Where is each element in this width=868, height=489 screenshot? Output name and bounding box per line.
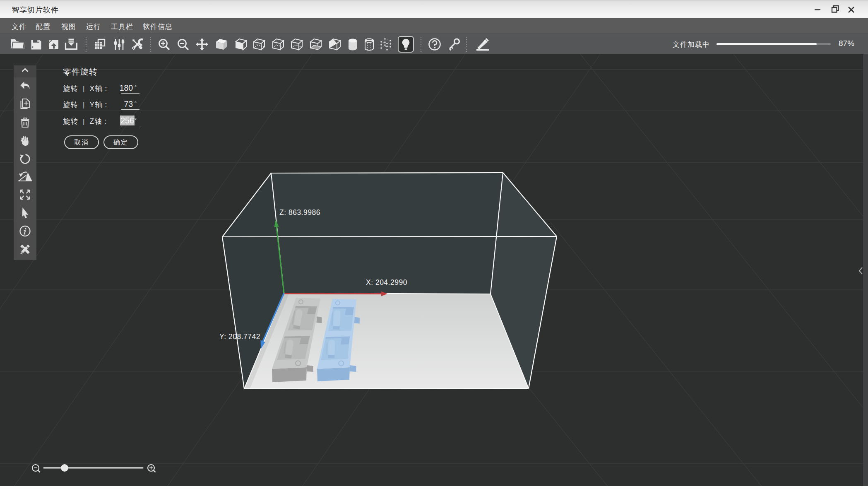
svg-text:Y: 208.7742: Y: 208.7742: [219, 332, 260, 341]
svg-text:Z: 863.9986: Z: 863.9986: [279, 208, 320, 217]
svg-text:X: 204.2990: X: 204.2990: [366, 278, 407, 287]
